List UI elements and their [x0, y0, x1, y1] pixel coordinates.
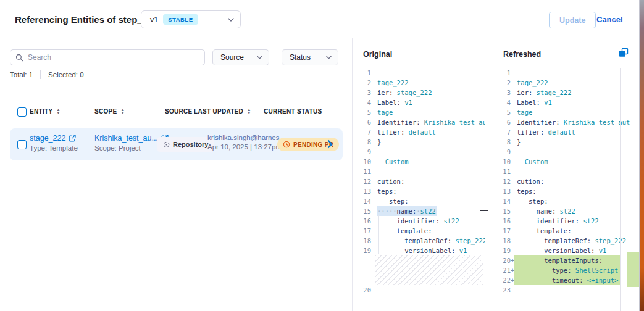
total-count: Total: 1 [10, 71, 33, 78]
code-line: 6Identifier: Krishika_test_aut [353, 117, 485, 127]
column-header-source: SOURCE [165, 108, 193, 115]
diff-pane-original[interactable]: Original 12tage_2223ier: stage_2224Label… [353, 38, 485, 311]
refreshed-code[interactable]: 12tage_2223ier: stage_2224Label: v15tage… [486, 68, 640, 295]
underlying-page-edge [640, 0, 644, 311]
table-row[interactable]: stage_222 Type: Template Krishika_test_a… [10, 128, 343, 160]
drawer-header: Referencing Entities of step_222 v1 STAB… [0, 0, 640, 38]
version-value: v1 [150, 15, 158, 24]
line-number: 2 [353, 78, 371, 88]
code-line: 11 [353, 167, 485, 176]
code-line: 19 versionLabel: v1 [353, 246, 485, 255]
column-header-scope[interactable]: SCOPE ▲▼ [94, 108, 125, 115]
code-line: 10 Custom [353, 157, 485, 167]
indent-guide [395, 215, 395, 254]
line-content: ier: stage_222 [375, 88, 485, 97]
code-line: 5tage [353, 107, 485, 117]
line-number: 3 [492, 88, 511, 97]
line-content: } [514, 137, 640, 147]
code-line: 1 [486, 68, 640, 78]
column-header-last-updated[interactable]: LAST UPDATED ▲▼ [194, 108, 251, 115]
line-number: 7 [492, 127, 511, 137]
sort-icon[interactable]: ▲▼ [247, 109, 251, 114]
code-line: 21+ type: ShellScript [486, 265, 640, 275]
row-checkbox[interactable] [17, 140, 27, 149]
line-number: 17 [353, 226, 371, 236]
chevron-right-icon[interactable] [327, 139, 333, 149]
select-all-checkbox[interactable] [17, 107, 27, 117]
line-content: teps: [375, 186, 485, 196]
code-line: 13teps: [486, 186, 640, 196]
code-line: 12cution: [353, 176, 485, 186]
line-content: ier: stage_222 [514, 88, 640, 97]
line-number: 12 [492, 176, 511, 186]
chevron-down-icon [257, 56, 262, 59]
code-line: 19 versionLabel: v1 [486, 246, 640, 255]
code-line: 14 - step: [486, 196, 640, 206]
entity-link[interactable]: stage_222 [30, 134, 78, 143]
line-number: 18 [353, 236, 371, 246]
line-content [514, 285, 640, 295]
code-line: 7tifier: default [486, 127, 640, 137]
copy-icon[interactable] [619, 48, 629, 57]
original-pane-title: Original [353, 38, 485, 68]
updated-at: Apr 10, 2025 | 13:27pm [207, 143, 285, 151]
code-line: 18 templateRef: step_222 [353, 236, 485, 246]
source-filter-label: Source [220, 53, 244, 62]
table-header: ENTITY ▲▼ SCOPE ▲▼ SOURCE LAST UPDATED ▲… [0, 106, 353, 122]
line-content: template: [375, 226, 485, 236]
indent-guide [537, 215, 537, 283]
line-number: 6 [353, 117, 371, 127]
original-code[interactable]: 12tage_2223ier: stage_2224Label: v15tage… [353, 68, 485, 295]
code-line: 4Label: v1 [353, 97, 485, 107]
column-header-entity[interactable]: ENTITY ▲▼ [30, 108, 61, 115]
line-content: Identifier: Krishika_test_aut [375, 117, 485, 127]
code-line: 22+ timeout: <+input> [486, 275, 640, 285]
sort-icon[interactable]: ▲▼ [56, 109, 61, 114]
line-number: 3 [353, 88, 371, 97]
code-line: 16 identifier: st22 [353, 216, 485, 226]
line-content: versionLabel: v1 [375, 246, 485, 255]
update-button[interactable]: Update [549, 12, 596, 28]
line-number: 6 [492, 117, 511, 127]
search-input[interactable] [28, 53, 199, 62]
line-content: - step: [375, 196, 485, 206]
line-number: 8 [492, 137, 511, 147]
divider [40, 70, 41, 79]
line-number: 4 [492, 97, 511, 107]
cancel-button[interactable]: Cancel [596, 15, 623, 24]
sort-icon[interactable]: ▲▼ [121, 109, 125, 114]
line-number: 5 [353, 107, 371, 117]
line-number: 19 [492, 246, 511, 255]
source-filter-dropdown[interactable]: Source [212, 49, 269, 65]
line-number: 22 [492, 275, 511, 285]
line-content: Identifier: Krishika_test_aut [514, 117, 640, 127]
line-number: 13 [353, 186, 371, 196]
line-number: 7 [353, 127, 371, 137]
chevron-down-icon [228, 18, 234, 22]
code-line: 18 templateRef: step_222 [486, 236, 640, 246]
code-line: 15·····name:·st22 [353, 206, 485, 216]
line-number: 13 [492, 186, 511, 196]
search-box[interactable] [10, 49, 205, 65]
line-number: 14 [353, 196, 371, 206]
line-number: 16 [492, 216, 511, 226]
code-line: 5tage [486, 107, 640, 117]
result-counts: Total: 1 Selected: 0 [10, 70, 84, 79]
code-line: 12cution: [486, 176, 640, 186]
code-line: 23 [486, 285, 640, 295]
external-link-icon[interactable] [69, 135, 76, 142]
line-content: tage [514, 107, 640, 117]
line-content: Label: v1 [514, 97, 640, 107]
updated-by: krishika.singh@harnes... [207, 134, 285, 141]
collapsed-diff-region [375, 255, 483, 285]
status-filter-label: Status [290, 53, 311, 62]
status-filter-dropdown[interactable]: Status [282, 49, 338, 65]
line-number: 4 [353, 97, 371, 107]
refreshed-pane-title: Refreshed [486, 38, 640, 68]
diff-pane-refreshed[interactable]: Refreshed 12tage_2223ier: stage_2224Labe… [486, 38, 640, 311]
version-select[interactable]: v1 STABLE [141, 10, 241, 28]
line-content: tage_222 [375, 78, 485, 88]
entity-cell: stage_222 Type: Template [30, 134, 78, 152]
line-content: type: ShellScript [514, 265, 620, 275]
code-line: 10 Custom [486, 157, 640, 167]
